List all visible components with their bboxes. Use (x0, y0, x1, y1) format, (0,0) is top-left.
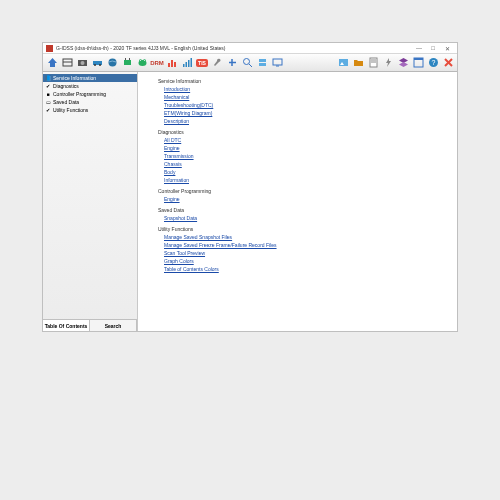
section-title: Diagnostics (158, 129, 449, 135)
content-link[interactable]: Snapshot Data (164, 214, 449, 222)
svg-marker-34 (386, 58, 391, 67)
section: Service InformationIntroductionMechanica… (158, 78, 449, 125)
gear-icon: ✔ (45, 107, 51, 113)
connector-icon[interactable] (120, 56, 134, 70)
app-window: G-IDSS (idss-th\idss-th) - 2020 TF serie… (42, 42, 458, 332)
svg-text:?: ? (431, 59, 435, 66)
layer-icon[interactable] (255, 56, 269, 70)
window-title: G-IDSS (idss-th\idss-th) - 2020 TF serie… (56, 45, 412, 51)
exit-icon[interactable] (441, 56, 455, 70)
svg-rect-27 (273, 59, 282, 65)
picture-icon[interactable] (336, 56, 350, 70)
section: Utility FunctionsManage Saved Snapshot F… (158, 226, 449, 273)
chip-icon: ■ (45, 91, 51, 97)
app-icon (46, 45, 53, 52)
tab-search[interactable]: Search (90, 320, 137, 331)
drm-label[interactable]: DRM (150, 56, 164, 70)
wrench-icon[interactable] (210, 56, 224, 70)
chart-icon[interactable] (165, 56, 179, 70)
search-icon[interactable] (240, 56, 254, 70)
book-icon: 📘 (45, 75, 51, 81)
svg-point-15 (144, 60, 145, 61)
content-link[interactable]: Chassis (164, 160, 449, 168)
content-link[interactable]: ETM(Wiring Diagram) (164, 109, 449, 117)
svg-rect-8 (124, 60, 131, 65)
section: Saved DataSnapshot Data (158, 207, 449, 222)
svg-point-5 (94, 64, 96, 66)
bolt-icon[interactable] (381, 56, 395, 70)
sidebar-item-utility[interactable]: ✔ Utility Functions (43, 106, 137, 114)
maximize-button[interactable]: □ (426, 44, 440, 53)
content-link[interactable]: Scan Tool Preview (164, 249, 449, 257)
frog-icon[interactable] (135, 56, 149, 70)
content-link[interactable]: Engine (164, 195, 449, 203)
sidebar: 📘 Service Information ✔ Diagnostics ■ Co… (43, 72, 138, 331)
content-link[interactable]: Body (164, 168, 449, 176)
svg-rect-16 (168, 63, 170, 67)
tis-badge[interactable]: TIS (195, 56, 209, 70)
folder-icon[interactable] (351, 56, 365, 70)
svg-rect-38 (414, 58, 423, 60)
tool-icon-1[interactable] (60, 56, 74, 70)
svg-rect-9 (125, 58, 126, 60)
svg-rect-17 (171, 60, 173, 67)
content-link[interactable]: Graph Colors (164, 257, 449, 265)
nav-tree: 📘 Service Information ✔ Diagnostics ■ Co… (43, 72, 137, 319)
home-icon[interactable] (45, 56, 59, 70)
save-icon: ▭ (45, 99, 51, 105)
content-link[interactable]: Transmission (164, 152, 449, 160)
content-link[interactable]: Description (164, 117, 449, 125)
sidebar-item-saved[interactable]: ▭ Saved Data (43, 98, 137, 106)
tab-toc[interactable]: Table Of Contents (43, 320, 90, 331)
signal-icon[interactable] (180, 56, 194, 70)
sidebar-item-label: Service Information (53, 75, 96, 81)
monitor-icon[interactable] (270, 56, 284, 70)
svg-point-6 (99, 64, 101, 66)
svg-rect-10 (129, 58, 130, 60)
section-title: Controller Programming (158, 188, 449, 194)
sidebar-item-service-info[interactable]: 📘 Service Information (43, 74, 137, 82)
svg-point-3 (80, 61, 84, 65)
plus-icon[interactable] (225, 56, 239, 70)
document-icon[interactable] (366, 56, 380, 70)
vehicle-icon[interactable] (90, 56, 104, 70)
svg-rect-20 (185, 62, 187, 67)
content-link[interactable]: All DTC (164, 136, 449, 144)
content-link[interactable]: Table of Contents Colors (164, 265, 449, 273)
svg-point-14 (140, 60, 141, 61)
svg-marker-36 (399, 62, 408, 67)
svg-rect-21 (188, 60, 190, 67)
toolbar: DRM TIS ? (43, 54, 457, 72)
camera-icon[interactable] (75, 56, 89, 70)
stack-icon[interactable] (396, 56, 410, 70)
sidebar-item-label: Saved Data (53, 99, 79, 105)
content-link[interactable]: Manage Saved Snapshot Files (164, 233, 449, 241)
section: DiagnosticsAll DTCEngineTransmissionChas… (158, 129, 449, 184)
content-link[interactable]: Manage Saved Freeze Frame/Failure Record… (164, 241, 449, 249)
sidebar-item-label: Diagnostics (53, 83, 79, 89)
section-title: Saved Data (158, 207, 449, 213)
content-link[interactable]: Information (164, 176, 449, 184)
section-title: Utility Functions (158, 226, 449, 232)
globe-icon[interactable] (105, 56, 119, 70)
content-pane: Service InformationIntroductionMechanica… (138, 72, 457, 331)
content-link[interactable]: Introduction (164, 85, 449, 93)
content-link[interactable]: Engine (164, 144, 449, 152)
svg-rect-19 (183, 64, 185, 67)
diag-icon: ✔ (45, 83, 51, 89)
minimize-button[interactable]: — (412, 44, 426, 53)
help-icon[interactable]: ? (426, 56, 440, 70)
content-link[interactable]: Troubleshooting(DTC) (164, 101, 449, 109)
close-button[interactable]: ✕ (440, 44, 454, 53)
svg-rect-25 (259, 59, 266, 62)
section: Controller ProgrammingEngine (158, 188, 449, 203)
sidebar-item-controller[interactable]: ■ Controller Programming (43, 90, 137, 98)
titlebar: G-IDSS (idss-th\idss-th) - 2020 TF serie… (43, 43, 457, 54)
sidebar-item-label: Controller Programming (53, 91, 106, 97)
svg-point-7 (108, 59, 116, 67)
content-link[interactable]: Mechanical (164, 93, 449, 101)
svg-point-23 (243, 59, 249, 65)
section-title: Service Information (158, 78, 449, 84)
window-icon[interactable] (411, 56, 425, 70)
sidebar-item-diagnostics[interactable]: ✔ Diagnostics (43, 82, 137, 90)
